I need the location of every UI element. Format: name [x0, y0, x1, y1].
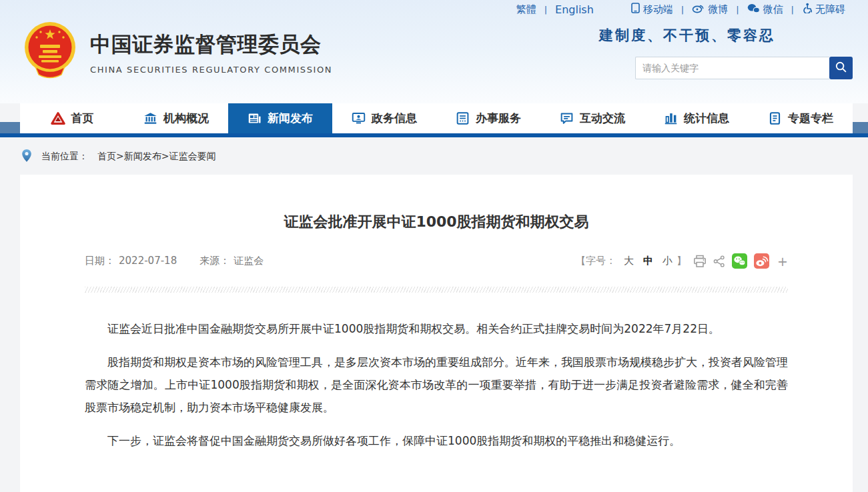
main-navigation: 首页 机构概况 新闻发布 政务信息 办事服务 互动交流 统计信息	[20, 103, 853, 133]
org-name-cn: 中国证券监督管理委员会	[90, 31, 332, 59]
wechat-share-icon[interactable]	[732, 253, 747, 269]
english-link[interactable]: English	[555, 3, 594, 16]
font-size-prefix: 【字号：	[576, 255, 616, 267]
nav-item-special-topics[interactable]: 专题专栏	[749, 103, 853, 133]
source-value: 证监会	[234, 255, 264, 267]
search-input[interactable]	[635, 57, 829, 79]
national-emblem-logo	[23, 20, 77, 81]
article-meta-row: 日期：2022-07-18 来源：证监会 【字号： 大 中 小 】 +	[85, 253, 788, 269]
font-size-suffix: 】	[677, 255, 687, 267]
site-brand: 中国证券监督管理委员会 CHINA SECURITIES REGULATORY …	[23, 20, 332, 81]
font-size-medium-button[interactable]: 中	[643, 255, 653, 267]
accessibility-link[interactable]: 无障碍	[802, 3, 845, 16]
font-size-large-button[interactable]: 大	[624, 255, 634, 267]
csrc-logo-icon	[51, 112, 65, 125]
list-icon	[456, 111, 470, 125]
phone-icon	[631, 3, 640, 16]
article-title: 证监会批准开展中证1000股指期货和期权交易	[85, 212, 788, 232]
separator: |	[681, 5, 684, 15]
hatched-divider	[85, 287, 788, 293]
date-label: 日期：	[85, 255, 115, 267]
nav-item-interaction[interactable]: 互动交流	[540, 103, 644, 133]
article-paragraph: 股指期货和期权是资本市场的风险管理工具，是多层次资本市场的重要组成部分。近年来，…	[85, 351, 788, 419]
search-icon	[835, 61, 847, 75]
weibo-share-icon[interactable]	[754, 253, 769, 269]
document-icon	[768, 111, 782, 125]
article-paragraph: 证监会近日批准中国金融期货交易所开展中证1000股指期货和期权交易。相关合约正式…	[85, 317, 788, 340]
weibo-link-label: 微博	[708, 3, 728, 16]
nav-item-label: 政务信息	[372, 111, 417, 126]
language-links: 繁體 | English	[516, 3, 594, 16]
font-size-small-button[interactable]: 小	[663, 255, 673, 267]
header: 繁體 | English 移动端 | 微博 |	[0, 0, 868, 103]
breadcrumb: 当前位置： 首页>新闻发布>证监会要闻	[21, 149, 215, 165]
article-paragraph: 下一步，证监会将督促中国金融期货交易所做好各项工作，保障中证1000股指期货和期…	[85, 429, 788, 452]
separator: |	[791, 5, 794, 15]
more-share-button[interactable]: +	[777, 254, 788, 269]
org-name-en: CHINA SECURITIES REGULATORY COMMISSION	[90, 65, 332, 75]
monitor-icon	[352, 111, 366, 125]
topbar: 繁體 | English 移动端 | 微博 |	[516, 3, 845, 16]
breadcrumb-band: 当前位置： 首页>新闻发布>证监会要闻	[0, 137, 868, 175]
nav-item-label: 机构概况	[163, 111, 209, 126]
mobile-link-label: 移动端	[643, 3, 673, 16]
traditional-chinese-link[interactable]: 繁體	[516, 3, 536, 16]
printer-icon[interactable]	[693, 255, 707, 268]
spacer	[181, 255, 195, 267]
nav-item-about[interactable]: 机构概况	[124, 103, 228, 133]
news-icon	[248, 111, 262, 125]
accessibility-icon	[802, 3, 812, 16]
nav-item-news[interactable]: 新闻发布	[228, 103, 332, 133]
quick-links: 移动端 | 微博 | 微信 | 无障碍	[631, 3, 845, 16]
nav-item-label: 办事服务	[476, 111, 521, 126]
breadcrumb-path[interactable]: 首页>新闻发布>证监会要闻	[97, 151, 215, 163]
article-toolbar: 【字号： 大 中 小 】 +	[576, 253, 788, 269]
nav-item-label: 新闻发布	[268, 111, 313, 126]
article-body: 证监会近日批准中国金融期货交易所开展中证1000股指期货和期权交易。相关合约正式…	[85, 317, 788, 452]
nav-item-services[interactable]: 办事服务	[436, 103, 540, 133]
location-pin-icon	[21, 149, 32, 165]
chat-icon	[560, 111, 574, 125]
nav-item-label: 首页	[71, 111, 94, 126]
brand-text: 中国证券监督管理委员会 CHINA SECURITIES REGULATORY …	[90, 20, 332, 75]
share-icon[interactable]	[713, 255, 725, 267]
nav-item-gov-info[interactable]: 政务信息	[332, 103, 436, 133]
nav-item-statistics[interactable]: 统计信息	[644, 103, 749, 133]
separator: |	[736, 5, 739, 15]
bar-chart-icon	[664, 111, 678, 125]
wechat-link-label: 微信	[763, 3, 783, 16]
weibo-link[interactable]: 微博	[692, 3, 728, 16]
source-label: 来源：	[199, 255, 230, 267]
wechat-icon	[747, 3, 760, 16]
article-meta: 日期：2022-07-18 来源：证监会	[85, 255, 264, 267]
nav-item-label: 互动交流	[580, 111, 625, 126]
nav-item-label: 统计信息	[684, 111, 729, 126]
bank-icon	[143, 111, 157, 125]
site-slogan: 建制度、不干预、零容忍	[599, 26, 775, 45]
search-button[interactable]	[829, 57, 853, 79]
date-value: 2022-07-18	[119, 255, 177, 267]
accessibility-link-label: 无障碍	[815, 3, 845, 16]
mobile-link[interactable]: 移动端	[631, 3, 673, 16]
nav-item-label: 专题专栏	[788, 111, 833, 126]
article-card: 证监会批准开展中证1000股指期货和期权交易 日期：2022-07-18 来源：…	[20, 175, 853, 492]
search-bar	[635, 57, 853, 79]
breadcrumb-label: 当前位置：	[41, 151, 88, 163]
separator: |	[544, 5, 547, 15]
nav-item-home[interactable]: 首页	[20, 103, 124, 133]
wechat-link[interactable]: 微信	[747, 3, 783, 16]
weibo-icon	[692, 3, 705, 16]
